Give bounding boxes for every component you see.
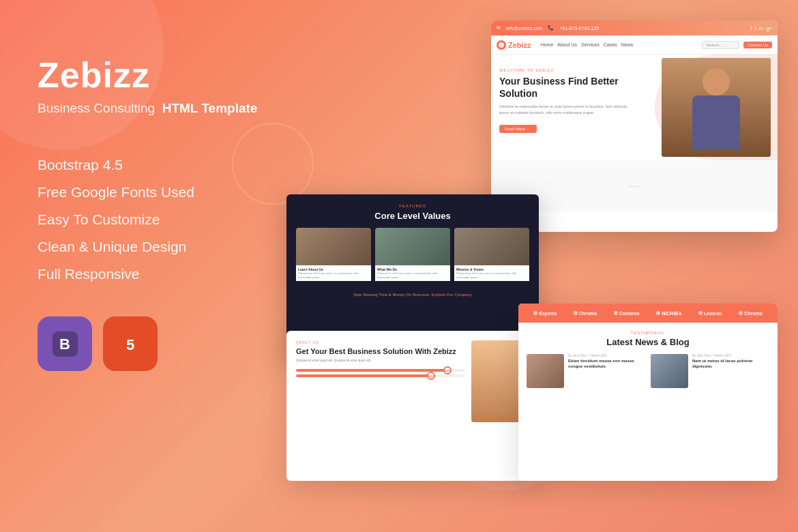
browser-footer-text: — —— <box>629 184 640 188</box>
feature-item-fonts: Free Google Fonts Used <box>38 184 283 201</box>
mini-card-1-text: Praesent at orbi lorem purus, si consect… <box>298 271 369 279</box>
partner-nichiba: NICHIBA <box>656 311 681 316</box>
mini-card-3-content: Mission & Vision Praesent at orbi lorem … <box>454 265 529 281</box>
brand-subtitle: Business Consulting HTML Template <box>38 101 283 116</box>
bootstrap-icon: B <box>50 329 80 359</box>
news-eyebrow: TESTIMONIAL <box>527 331 769 335</box>
partner-dot-3 <box>614 311 618 315</box>
news-title-1: Etiam tincidunt massa non massa congue v… <box>568 359 645 370</box>
social-icon-ig: in <box>759 25 763 31</box>
logo-svg <box>498 42 505 48</box>
hero-image <box>662 58 771 157</box>
subtitle-bold: HTML Template <box>162 101 258 115</box>
mini-card-2-content: What We Do Praesent at orbi lorem purus,… <box>375 265 450 281</box>
hero-eyebrow: WELCOME TO ZEBIZZ <box>499 68 636 72</box>
mini-card-1: Learn About Us Praesent at orbi lorem pu… <box>296 228 371 286</box>
biz-bar-track-2: 80% <box>296 374 464 377</box>
partner-chroma-2: Chroma <box>739 311 762 316</box>
biz-bar-fill-1: 90% <box>296 369 447 372</box>
subtitle-plain: Business Consulting <box>38 101 155 115</box>
news-heading: Latest News & Blog <box>527 337 769 347</box>
biz-desc: Quisque sit amet quam elit. Quisque sit … <box>296 359 464 364</box>
news-item-2: By John Doe • 7 March 2021 Nam ut metus … <box>651 354 769 388</box>
social-icon-gp: g+ <box>766 25 772 31</box>
partner-dot-4 <box>656 311 660 315</box>
brand-title: Zebizz <box>38 55 283 95</box>
browser-mockup-bot-right: Esperio Chroma Cambrex NICHIBA Lexicon C… <box>518 304 778 481</box>
feature-item-customize: Easy To Customize <box>38 211 283 228</box>
topbar-left: ✉ info@zebizz.com 📞 +91-879-6791-125 <box>497 25 599 31</box>
partner-dot-6 <box>739 311 743 315</box>
nav-services: Services <box>581 42 600 47</box>
partner-esperio: Esperio <box>533 311 557 316</box>
biz-heading: Get Your Best Business Solution With Zeb… <box>296 346 464 356</box>
browser-navbar: Zebizz Home About Us Services Cases News… <box>491 35 778 55</box>
feature-item-bootstrap: Bootstrap 4.5 <box>38 157 283 173</box>
partner-lexicon: Lexicon <box>698 311 722 316</box>
feature-item-responsive: Full Responsive <box>38 266 283 282</box>
biz-bar-circle-1: 90% <box>443 366 452 374</box>
features-list: Bootstrap 4.5 Free Google Fonts Used Eas… <box>38 157 283 282</box>
nav-search: Search... <box>702 41 739 49</box>
mini-card-1-content: Learn About Us Praesent at orbi lorem pu… <box>296 265 371 281</box>
nav-about: About Us <box>557 42 577 47</box>
topbar-right: f t in g+ <box>750 25 772 31</box>
mid-section-heading: Core Level Values <box>296 211 529 221</box>
partner-cambrex: Cambrex <box>614 311 640 316</box>
partner-name-5: Lexicon <box>704 311 722 316</box>
mid-section-link: Stop Wasting Time & Money On Business. E… <box>296 293 529 297</box>
news-item-1: By John Doe • 7 March 2021 Etiam tincidu… <box>527 354 645 388</box>
nav-logo: Zebizz <box>497 40 531 50</box>
biz-bars: 90% 80% <box>296 369 464 377</box>
nav-home: Home <box>541 42 554 47</box>
hero-btn-label: Read More <box>505 127 525 131</box>
partner-dot-1 <box>533 311 537 315</box>
business-section: ABOUT US Get Your Best Business Solution… <box>296 340 529 422</box>
topbar-phone-icon: 📞 <box>548 25 554 31</box>
nav-logo-text: Zebizz <box>508 41 531 49</box>
nav-cases: Cases <box>604 42 617 47</box>
news-list: By John Doe • 7 March 2021 Etiam tincidu… <box>527 354 769 388</box>
biz-eyebrow: ABOUT US <box>296 340 464 344</box>
partner-name-6: Chroma <box>744 311 762 316</box>
biz-bar-circle-2: 80% <box>427 372 435 380</box>
mini-card-1-img <box>296 228 371 265</box>
browser-topbar: ✉ info@zebizz.com 📞 +91-879-6791-125 f t… <box>491 20 778 35</box>
partners-bar: Esperio Chroma Cambrex NICHIBA Lexicon C… <box>518 304 778 323</box>
news-title-2: Nam ut metus id lacus pulvinar dignissim… <box>692 359 769 370</box>
html5-icon: 5 <box>115 329 146 359</box>
hero-heading: Your Business Find Better Solution <box>499 75 636 100</box>
hero-btn-arrow: → <box>527 127 531 131</box>
biz-bar-track-1: 90% <box>296 369 464 372</box>
biz-bar-fill-2: 80% <box>296 374 431 377</box>
biz-bar-row-2: 80% <box>296 374 464 377</box>
mini-card-2-img <box>375 228 450 265</box>
partner-name-1: Esperio <box>539 311 557 316</box>
news-section: TESTIMONIAL Latest News & Blog By John D… <box>518 323 778 396</box>
mid-link-plain: Stop Wasting Time & Money On Business. <box>353 293 430 297</box>
html5-badge: 5 <box>103 316 158 371</box>
hero-text-area: WELCOME TO ZEBIZZ Your Business Find Bet… <box>499 68 636 133</box>
partner-chroma-1: Chroma <box>574 311 597 316</box>
nav-news: News <box>621 42 634 47</box>
mid-link-cta: Explore Our Company <box>432 293 472 297</box>
topbar-phone: +91-879-6791-125 <box>559 26 599 31</box>
news-content-2: By John Doe • 7 March 2021 Nam ut metus … <box>692 354 769 388</box>
partner-dot-2 <box>574 311 578 315</box>
hero-person <box>662 58 771 157</box>
nav-logo-icon <box>497 40 506 50</box>
mini-card-3-img <box>454 228 529 265</box>
bootstrap-badge: B <box>38 316 92 371</box>
partner-name-2: Chroma <box>579 311 597 316</box>
hero-read-more-btn: Read More → <box>499 125 537 133</box>
nav-links: Home About Us Services Cases News <box>541 42 698 47</box>
news-meta-2: By John Doe • 7 March 2021 <box>692 354 769 357</box>
mini-card-2-text: Praesent at orbi lorem purus, si consect… <box>377 271 448 279</box>
biz-bar-label-1: 90% <box>445 369 450 372</box>
mid-cards-row: Learn About Us Praesent at orbi lorem pu… <box>296 228 529 286</box>
news-content-1: By John Doe • 7 March 2021 Etiam tincidu… <box>568 354 645 388</box>
browser-mockup-bot-left: ABOUT US Get Your Best Business Solution… <box>286 331 539 481</box>
social-icon-fb: f <box>750 25 752 31</box>
svg-point-4 <box>499 42 504 48</box>
left-panel: Zebizz Business Consulting HTML Template… <box>38 55 283 371</box>
